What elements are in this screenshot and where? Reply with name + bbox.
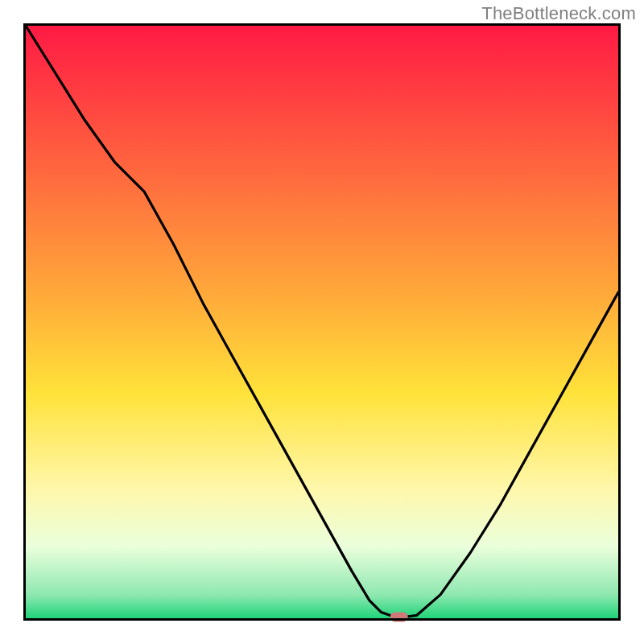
bottleneck-chart: TheBottleneck.com bbox=[0, 0, 644, 644]
watermark-text: TheBottleneck.com bbox=[481, 3, 636, 24]
chart-svg bbox=[0, 0, 644, 644]
plot-area bbox=[25, 25, 620, 622]
gradient-background bbox=[26, 26, 618, 618]
